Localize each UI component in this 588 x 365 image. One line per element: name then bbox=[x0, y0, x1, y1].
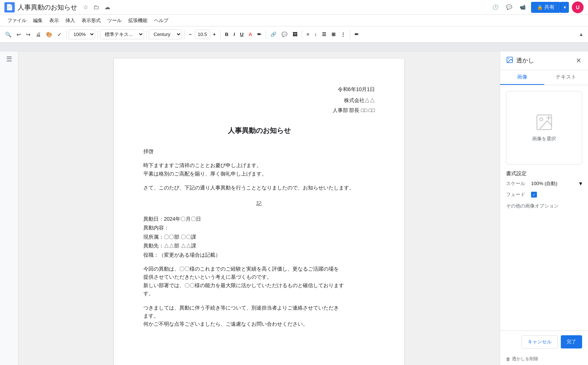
panel-content: 画像を選択 書式設定 スケール 100% (自動) ▾ フェード ✓ bbox=[500, 85, 588, 330]
menu-extensions[interactable]: 拡張機能 bbox=[125, 16, 150, 25]
image-button[interactable]: 🖼 bbox=[290, 30, 300, 39]
more-toolbar-button[interactable]: ✏ bbox=[352, 30, 361, 39]
font-select[interactable]: Century bbox=[149, 29, 182, 39]
menu-format[interactable]: 表示形式 bbox=[79, 16, 104, 25]
doc-para3-line1: 今回の異動は、〇〇様のこれまでのご経験と実績を高く評価し、更なるご活躍の場を bbox=[143, 266, 339, 272]
doc-list-current: 現所属：〇〇部 〇〇課 bbox=[143, 233, 375, 241]
panel-tabs: 画像 テキスト bbox=[500, 70, 588, 85]
undo-button[interactable]: ↩ bbox=[14, 29, 23, 40]
zoom-select[interactable]: 100% bbox=[69, 29, 95, 39]
doc-para4-line1: つきましては、異動に伴う手続き等について、別途担当者よりご連絡させていただき bbox=[143, 305, 339, 311]
doc-heading: 人事異動のお知らせ bbox=[143, 125, 375, 136]
menu-edit[interactable]: 編集 bbox=[30, 16, 46, 25]
user-avatar[interactable]: U bbox=[572, 1, 584, 13]
paragraph-style-select[interactable]: 標準テキス... bbox=[100, 29, 144, 39]
comments-button[interactable]: 💬 bbox=[504, 2, 514, 12]
divider-3 bbox=[146, 30, 147, 39]
doc-para4: つきましては、異動に伴う手続き等について、別途担当者よりご連絡させていただき ま… bbox=[143, 304, 375, 328]
doc-para3: 今回の異動は、〇〇様のこれまでのご経験と実績を高く評価し、更なるご活躍の場を 提… bbox=[143, 265, 375, 298]
app-icon-letter: 📄 bbox=[6, 4, 13, 11]
doc-list-new: 異動先：△△部 △△課 bbox=[143, 242, 375, 250]
spell-check-button[interactable]: ✓ bbox=[55, 29, 64, 40]
share-label: 共有 bbox=[544, 4, 555, 11]
delete-icon: 🗑 bbox=[506, 357, 510, 362]
doc-date: 令和6年10月1日 bbox=[143, 85, 375, 93]
link-button[interactable]: 🔗 bbox=[268, 30, 279, 39]
divider-2 bbox=[97, 30, 98, 39]
menu-insert[interactable]: 挿入 bbox=[62, 16, 78, 25]
print-button[interactable]: 🖨 bbox=[33, 29, 43, 40]
doc-para3-line3: 新しい部署では、〇〇様の能力を最大限に活かしていただけるものと確信しております bbox=[143, 282, 344, 288]
watermark-panel-icon bbox=[506, 56, 513, 65]
tab-image[interactable]: 画像 bbox=[500, 70, 544, 85]
line-spacing-button[interactable]: ↕ bbox=[312, 30, 319, 39]
scale-dropdown[interactable]: 100% (自動) ▾ bbox=[531, 180, 582, 187]
fade-checkbox[interactable]: ✓ bbox=[531, 192, 537, 198]
title-icons: ☆ 🗀 ☁ bbox=[82, 2, 112, 12]
format-section: 書式設定 スケール 100% (自動) ▾ フェード ✓ その他の画像オプション bbox=[506, 170, 582, 209]
outline-icon[interactable]: ☰ bbox=[6, 55, 12, 63]
underline-button[interactable]: U bbox=[238, 30, 245, 39]
redo-button[interactable]: ↪ bbox=[24, 29, 33, 40]
highlight-button[interactable]: ✏ bbox=[255, 30, 263, 39]
italic-button[interactable]: I bbox=[232, 30, 237, 39]
menu-help[interactable]: ヘルプ bbox=[151, 16, 171, 25]
done-button[interactable]: 完了 bbox=[561, 335, 582, 348]
font-plus-button[interactable]: + bbox=[211, 30, 218, 39]
app-icon[interactable]: 📄 bbox=[4, 2, 15, 12]
doc-company: 株式会社△△ bbox=[143, 96, 375, 104]
menu-tools[interactable]: ツール bbox=[104, 16, 125, 25]
panel-header: 透かし ✕ bbox=[500, 51, 588, 70]
list-button[interactable]: ☰ bbox=[320, 30, 329, 39]
folder-button[interactable]: 🗀 bbox=[92, 3, 101, 12]
delete-label: 透かしを削除 bbox=[512, 356, 538, 362]
cloud-button[interactable]: ☁ bbox=[103, 2, 112, 12]
history-button[interactable]: 🕐 bbox=[490, 2, 501, 12]
doc-para3-line4: す。 bbox=[143, 290, 154, 296]
paint-format-button[interactable]: 🎨 bbox=[44, 29, 54, 40]
close-panel-button[interactable]: ✕ bbox=[575, 56, 582, 65]
menu-view[interactable]: 表示 bbox=[46, 16, 62, 25]
divider-1 bbox=[66, 30, 67, 39]
doc-para3-line2: 提供させていただきたいという考えに基づくものです。 bbox=[143, 274, 272, 280]
doc-salutation: 拝啓 bbox=[143, 147, 375, 155]
checkbox-check-icon: ✓ bbox=[533, 193, 535, 197]
tab-text[interactable]: テキスト bbox=[544, 70, 588, 85]
share-dropdown-button[interactable]: ▾ bbox=[560, 2, 569, 13]
format-button[interactable]: ⊞ bbox=[329, 30, 338, 39]
more-options-button[interactable]: ⋮ bbox=[338, 30, 348, 39]
add-image-icon bbox=[535, 113, 553, 133]
svg-point-1 bbox=[508, 58, 509, 59]
document-area[interactable]: 令和6年10月1日 株式会社△△ 人事部 部長 □□ □□ 人事異動のお知らせ … bbox=[18, 51, 500, 365]
doc-list-role: 役職：（変更がある場合は記載） bbox=[143, 251, 375, 259]
svg-rect-3 bbox=[537, 115, 552, 130]
ruler-inner bbox=[0, 43, 588, 51]
image-select-area[interactable]: 画像を選択 bbox=[506, 91, 582, 165]
doc-para2: さて、このたび、下記の通り人事異動を行うこととなりましたので、お知らせいたします… bbox=[143, 184, 375, 192]
document-title: 人事異動のお知らせ bbox=[18, 3, 77, 12]
menu-bar: ファイル 編集 表示 挿入 表示形式 ツール 拡張機能 ヘルプ bbox=[0, 15, 588, 26]
menu-file[interactable]: ファイル bbox=[4, 16, 29, 25]
meet-button[interactable]: 📹 bbox=[517, 2, 528, 12]
cancel-button[interactable]: キャンセル bbox=[521, 335, 558, 348]
delete-watermark-button[interactable]: 🗑 透かしを削除 bbox=[500, 353, 588, 365]
scale-label: スケール bbox=[506, 180, 528, 187]
other-options-link[interactable]: その他の画像オプション bbox=[506, 202, 582, 209]
share-button[interactable]: 🔒 共有 bbox=[531, 2, 560, 13]
toolbar: 🔍 ↩ ↪ 🖨 🎨 ✓ 100% 標準テキス... Century − + B … bbox=[0, 26, 588, 43]
search-button[interactable]: 🔍 bbox=[3, 29, 14, 40]
doc-ki: 記 bbox=[143, 199, 375, 207]
scale-value: 100% (自動) bbox=[531, 180, 578, 187]
divider-4 bbox=[184, 30, 184, 39]
doc-list: 異動日：2024年〇月〇日 異動内容： 現所属：〇〇部 〇〇課 異動先：△△部 … bbox=[143, 215, 375, 259]
bold-button[interactable]: B bbox=[223, 30, 230, 39]
font-size-input[interactable] bbox=[195, 30, 210, 39]
font-minus-button[interactable]: − bbox=[187, 30, 194, 39]
comment-button[interactable]: 💬 bbox=[279, 30, 290, 39]
star-button[interactable]: ☆ bbox=[82, 2, 90, 12]
panel-title: 透かし bbox=[516, 57, 572, 65]
document-page[interactable]: 令和6年10月1日 株式会社△△ 人事部 部長 □□ □□ 人事異動のお知らせ … bbox=[114, 59, 404, 365]
collapse-toolbar-button[interactable]: ▲ bbox=[577, 30, 585, 39]
text-color-button[interactable]: A bbox=[247, 30, 254, 39]
align-button[interactable]: ≡ bbox=[304, 30, 312, 39]
